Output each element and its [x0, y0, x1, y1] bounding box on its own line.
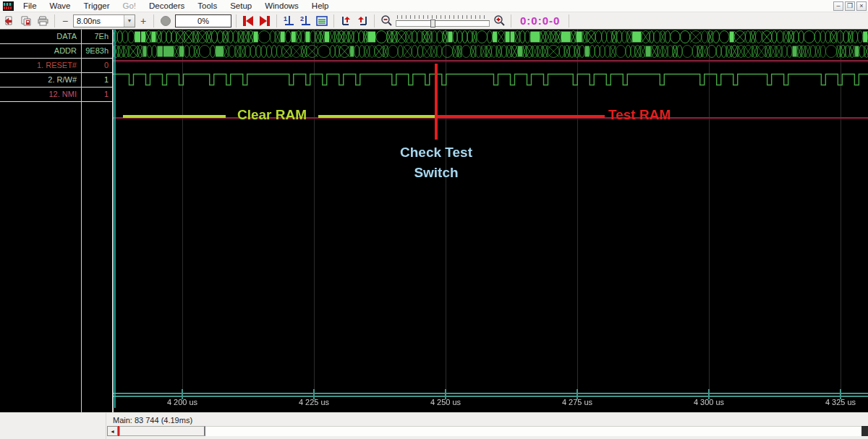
- minimize-icon[interactable]: –: [833, 1, 843, 11]
- signal-value: 1: [82, 88, 112, 101]
- zoom-slider[interactable]: [396, 14, 490, 27]
- app-icon: [3, 1, 14, 11]
- zoom-in-icon[interactable]: [492, 14, 506, 28]
- signal-row-data[interactable]: DATA 7Eh: [0, 30, 112, 44]
- zoom-slider-ticks: [397, 15, 488, 19]
- print-icon[interactable]: [35, 14, 50, 28]
- status-divider: [106, 413, 106, 439]
- menu-bar: File Wave Trigger Go! Decoders Tools Set…: [17, 0, 336, 12]
- capture-progress: 0%: [175, 14, 231, 27]
- menu-tools[interactable]: Tools: [191, 0, 224, 12]
- toolbar: − 8.00ns ▼ + 0% 1 2: [0, 12, 868, 30]
- skip-to-start-icon[interactable]: [241, 14, 255, 28]
- clear-ram-line-left: [123, 115, 226, 118]
- titlebar: File Wave Trigger Go! Decoders Tools Set…: [0, 0, 868, 12]
- time-counter: 0:0:0-0: [516, 14, 564, 27]
- signal-name: DATA: [0, 30, 82, 43]
- record-icon[interactable]: [158, 14, 173, 28]
- menu-decoders[interactable]: Decoders: [142, 0, 191, 12]
- timebase-decrease-button[interactable]: −: [59, 14, 71, 27]
- zoom-slider-thumb[interactable]: [430, 20, 435, 27]
- menu-wave[interactable]: Wave: [43, 0, 77, 12]
- time-tick-label: 4 300 us: [686, 398, 732, 406]
- signal-row-reset[interactable]: 1. RESET# 0: [0, 59, 112, 73]
- marker-2-icon[interactable]: 2: [298, 14, 312, 28]
- panel-divider: [81, 30, 82, 412]
- test-ram-label: Test RAM: [608, 107, 671, 123]
- signal-value: 0: [82, 59, 112, 72]
- menu-trigger[interactable]: Trigger: [77, 0, 116, 12]
- timebase-increase-button[interactable]: +: [137, 14, 149, 27]
- zoom-out-icon[interactable]: [379, 14, 393, 28]
- logic-analyzer-window: File Wave Trigger Go! Decoders Tools Set…: [0, 0, 868, 439]
- time-tick-label: 4 250 us: [422, 398, 469, 406]
- zoom-slider-track[interactable]: [396, 20, 490, 27]
- menu-file[interactable]: File: [17, 0, 43, 12]
- check-test-line1: Check Test: [371, 142, 501, 163]
- test-ram-line: [438, 115, 605, 118]
- window-controls: – ❐ ×: [833, 1, 867, 11]
- signal-value: 1: [82, 73, 112, 87]
- check-test-switch-label: Check Test Switch: [371, 142, 501, 183]
- marker-1-icon[interactable]: 1: [281, 14, 296, 28]
- test-ram-vertical-line: [435, 64, 438, 140]
- clear-ram-label: Clear RAM: [231, 107, 312, 123]
- signal-name: 2. R/W#: [0, 73, 82, 87]
- signal-name: ADDR: [0, 44, 82, 58]
- prev-edge-icon[interactable]: [339, 14, 353, 28]
- signal-name: 12. NMI: [0, 88, 82, 101]
- menu-setup[interactable]: Setup: [224, 0, 258, 12]
- clear-ram-line-right: [318, 115, 437, 118]
- signal-row-addr[interactable]: ADDR 9E83h: [0, 44, 112, 59]
- waveform-display[interactable]: Clear RAM Test RAM Check Test Switch 4 2…: [114, 30, 868, 412]
- waveform-canvas[interactable]: [114, 30, 868, 412]
- time-tick-label: 4 225 us: [291, 398, 337, 406]
- signal-value: 9E83h: [82, 44, 112, 58]
- close-icon[interactable]: ×: [856, 1, 867, 11]
- check-test-line2: Switch: [371, 163, 501, 183]
- scroll-left-icon[interactable]: ◄: [107, 426, 118, 436]
- import-icon[interactable]: [2, 14, 17, 28]
- timebase-value: 8.00ns: [74, 17, 124, 25]
- marker-list-icon[interactable]: [315, 14, 329, 28]
- menu-windows[interactable]: Windows: [258, 0, 305, 12]
- chevron-down-icon[interactable]: ▼: [124, 15, 135, 27]
- next-edge-icon[interactable]: [355, 14, 370, 28]
- scrollbar-track[interactable]: [205, 426, 861, 436]
- scrollbar-thumb[interactable]: [119, 426, 205, 436]
- svg-text:1: 1: [284, 15, 287, 22]
- main-area: DATA 7Eh ADDR 9E83h 1. RESET# 0 2. R/W# …: [0, 30, 868, 412]
- time-tick-label: 4 325 us: [817, 398, 864, 406]
- statusbar: Main: 83 744 (4.19ms) ◄: [0, 412, 868, 439]
- signal-panel: DATA 7Eh ADDR 9E83h 1. RESET# 0 2. R/W# …: [0, 30, 114, 412]
- save-as-icon[interactable]: [19, 14, 33, 28]
- signal-row-nmi[interactable]: 12. NMI 1: [0, 88, 112, 102]
- scroll-right-icon[interactable]: [861, 426, 868, 436]
- signal-row-rw[interactable]: 2. R/W# 1: [0, 73, 112, 88]
- menu-go: Go!: [116, 0, 143, 12]
- horizontal-scrollbar[interactable]: ◄: [107, 426, 868, 436]
- signal-value: 7Eh: [82, 30, 112, 43]
- svg-text:2: 2: [300, 15, 304, 22]
- status-main-counter: Main: 83 744 (4.19ms): [113, 416, 192, 425]
- skip-to-end-icon[interactable]: [258, 14, 272, 28]
- time-tick-label: 4 200 us: [159, 398, 205, 406]
- timebase-select[interactable]: 8.00ns ▼: [73, 14, 135, 27]
- menu-help[interactable]: Help: [305, 0, 336, 12]
- restore-icon[interactable]: ❐: [845, 1, 855, 11]
- time-tick-label: 4 275 us: [554, 398, 600, 406]
- signal-name: 1. RESET#: [0, 59, 82, 72]
